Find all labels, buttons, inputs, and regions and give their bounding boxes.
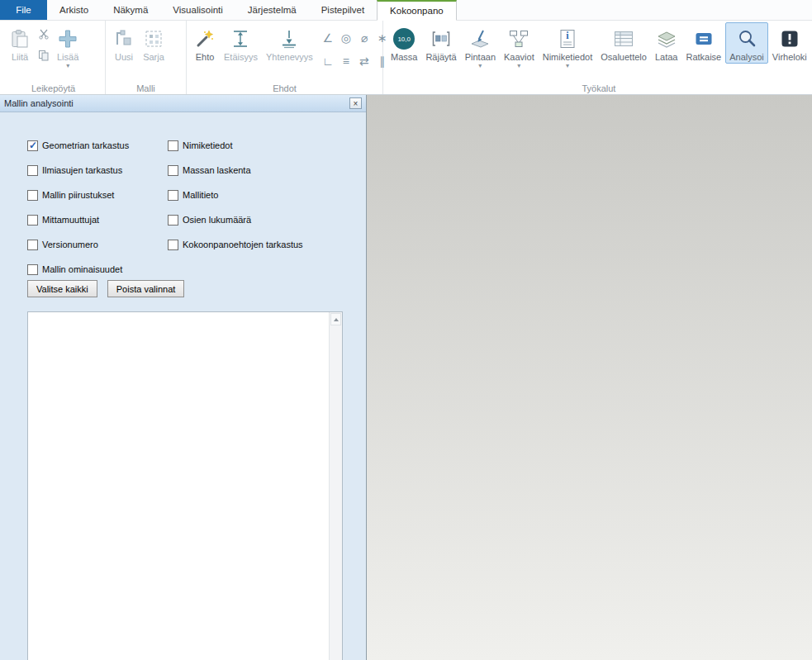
parallel-constraint-button[interactable]: ≡	[337, 50, 355, 73]
checkbox-label: Mittamuuttujat	[42, 215, 99, 225]
checkbox-label: Kokoonpanoehtojen tarkastus	[183, 240, 303, 249]
perpendicular-constraint-button[interactable]: ∟	[319, 50, 337, 73]
group-label-malli: Malli	[106, 83, 186, 93]
checkbox-mallin-ominaisuudet[interactable]: Mallin ominaisuudet	[27, 257, 129, 282]
mass-value-badge: 10,0	[393, 28, 415, 50]
checkbox-ilmiasujen-tarkastus[interactable]: Ilmiasujen tarkastus	[27, 158, 129, 183]
checkbox-box[interactable]	[168, 165, 178, 176]
checkbox-mittamuuttujat[interactable]: Mittamuuttujat	[27, 207, 129, 232]
checkbox-box[interactable]	[168, 215, 178, 226]
tab-arkisto[interactable]: Arkisto	[47, 0, 101, 20]
group-label-tyokalut: Työkalut	[383, 83, 812, 93]
distance-label: Etäisyys	[224, 52, 258, 63]
angle-constraint-button[interactable]: ∠	[319, 26, 337, 50]
condition-label: Ehto	[196, 52, 215, 63]
checkbox-label: Mallitieto	[183, 190, 218, 200]
tab-nakyma[interactable]: Näkymä	[101, 0, 160, 20]
checkbox-box[interactable]	[168, 190, 178, 201]
select-all-button[interactable]: Valitse kaikki	[27, 280, 97, 297]
checkbox-box[interactable]	[27, 264, 38, 275]
condition-button[interactable]: Ehto	[190, 22, 220, 64]
add-button[interactable]: Lisää ▾	[53, 22, 83, 71]
solve-button[interactable]: Ratkaise	[681, 22, 725, 64]
dropdown-arrow-icon: ▾	[517, 63, 520, 70]
close-button[interactable]: ×	[349, 97, 362, 109]
charts-button[interactable]: Kaaviot ▾	[500, 22, 539, 71]
cut-icon	[38, 28, 50, 43]
congruence-label: Yhtenevyys	[266, 52, 313, 63]
opposed-constraint-button[interactable]: ⇄	[355, 50, 373, 73]
copy-icon	[38, 50, 50, 64]
series-button[interactable]: Sarja	[139, 22, 169, 64]
tab-visualisointi[interactable]: Visualisointi	[160, 0, 235, 20]
checkbox-box[interactable]	[27, 215, 38, 226]
checkbox-label: Nimiketiedot	[183, 140, 233, 150]
parts-list-button[interactable]: Osaluettelo	[596, 22, 651, 64]
listbox-scrollbar[interactable]	[329, 312, 342, 660]
checkbox-label: Mallin ominaisuudet	[42, 264, 122, 274]
checkbox-mallin-piirustukset[interactable]: Mallin piirustukset	[27, 183, 129, 207]
analysis-results-listbox[interactable]	[27, 311, 343, 660]
new-button[interactable]: Uusi	[109, 22, 139, 64]
explode-label: Räjäytä	[425, 52, 456, 63]
add-icon	[57, 26, 78, 52]
item-data-icon: i	[557, 26, 578, 52]
checkbox-box[interactable]	[27, 240, 38, 250]
checkbox-kokoonpanoehtojen-tarkastus[interactable]: Kokoonpanoehtojen tarkastus	[168, 232, 303, 257]
distance-button[interactable]: Etäisyys	[220, 22, 262, 64]
checkbox-label: Geometrian tarkastus	[42, 140, 129, 150]
dropdown-arrow-icon: ▾	[478, 63, 482, 70]
series-icon	[143, 26, 164, 52]
new-label: Uusi	[115, 52, 133, 63]
tab-jarjestelma[interactable]: Järjestelmä	[235, 0, 309, 20]
error-log-button[interactable]: Virheloki	[768, 22, 811, 64]
congruence-button[interactable]: Yhtenevyys	[262, 22, 317, 64]
to-surface-button[interactable]: Pintaan ▾	[461, 22, 500, 71]
tab-file[interactable]: File	[0, 0, 47, 20]
checkbox-box[interactable]	[27, 165, 38, 176]
checkbox-column-left: Geometrian tarkastus Ilmiasujen tarkastu…	[27, 133, 129, 282]
item-data-button[interactable]: i Nimiketiedot ▾	[539, 22, 597, 71]
checkbox-label: Versionumero	[42, 240, 98, 249]
ribbon-group-leikepoyta: Liitä Lisää ▾ Lei	[2, 21, 106, 94]
checkbox-massan-laskenta[interactable]: Massan laskenta	[168, 158, 303, 183]
tab-pistepilvet[interactable]: Pistepilvet	[309, 0, 377, 20]
copy-button[interactable]	[36, 50, 52, 64]
checkbox-osien-lukumaara[interactable]: Osien lukumäärä	[168, 207, 303, 232]
new-icon	[113, 26, 135, 52]
load-button[interactable]: Lataa	[651, 22, 682, 64]
checkbox-box[interactable]	[27, 140, 38, 151]
checkbox-label: Ilmiasujen tarkastus	[42, 165, 122, 175]
explode-button[interactable]: Räjäytä	[421, 22, 460, 64]
panel-button-row: Valitse kaikki Poista valinnat	[27, 280, 184, 297]
workspace-viewport[interactable]	[367, 95, 812, 660]
analyze-button[interactable]: Analysoi	[725, 22, 768, 64]
explode-icon	[430, 26, 452, 52]
tab-kokoonpano[interactable]: Kokoonpano	[377, 0, 457, 21]
cut-button[interactable]	[36, 28, 52, 43]
checkbox-versionumero[interactable]: Versionumero	[27, 232, 129, 257]
analyze-icon	[736, 26, 757, 52]
panel-header: Mallin analysointi ×	[0, 95, 366, 112]
concentric-constraint-button[interactable]: ◎	[337, 26, 355, 50]
constraint-grid: ∠ ◎ ⌀ ∗ ∟ ≡ ⇄ ∥	[319, 22, 392, 73]
clear-selections-button[interactable]: Poista valinnat	[107, 280, 185, 297]
ribbon-group-tyokalut: 10,0 Massa Räjäytä Pintaan ▾	[383, 21, 812, 94]
checkbox-mallitieto[interactable]: Mallitieto	[168, 183, 303, 207]
mass-button[interactable]: 10,0 Massa	[387, 22, 421, 64]
load-label: Lataa	[655, 52, 678, 63]
diameter-constraint-button[interactable]: ⌀	[355, 26, 373, 50]
scroll-up-button[interactable]	[330, 313, 341, 325]
checkbox-box[interactable]	[27, 190, 38, 201]
panel-body: Geometrian tarkastus Ilmiasujen tarkastu…	[0, 112, 366, 660]
checkbox-nimiketiedot[interactable]: Nimiketiedot	[168, 133, 303, 158]
checkbox-box[interactable]	[168, 240, 178, 250]
scroll-up-icon	[334, 318, 339, 321]
paste-button[interactable]: Liitä	[5, 22, 35, 64]
checkbox-geometrian-tarkastus[interactable]: Geometrian tarkastus	[27, 133, 129, 158]
checkbox-box[interactable]	[168, 140, 178, 151]
solve-label: Ratkaise	[686, 52, 721, 63]
group-label-leikepoyta: Leikepöytä	[2, 83, 105, 93]
ribbon-group-malli: Uusi Sarja Malli	[106, 21, 187, 94]
condition-icon	[194, 26, 216, 52]
